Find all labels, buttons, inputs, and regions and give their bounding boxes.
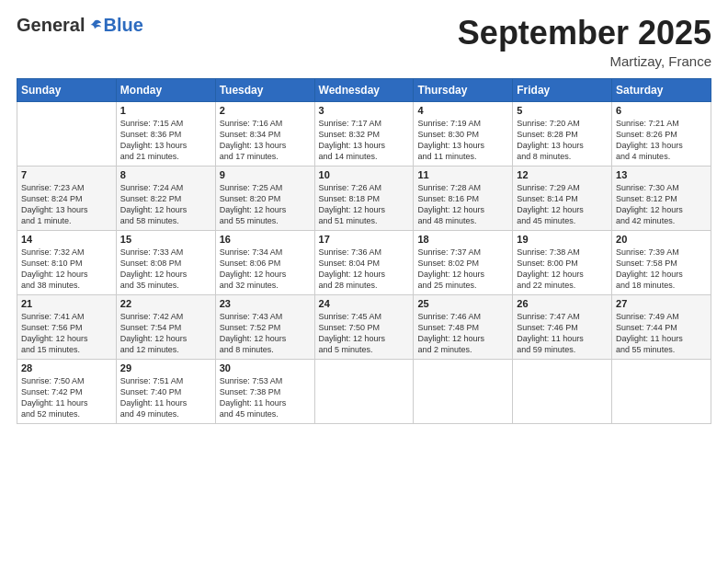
calendar-cell: 1Sunrise: 7:15 AM Sunset: 8:36 PM Daylig… (116, 101, 215, 166)
day-info: Sunrise: 7:20 AM Sunset: 8:28 PM Dayligh… (517, 118, 608, 163)
calendar-cell: 12Sunrise: 7:29 AM Sunset: 8:14 PM Dayli… (513, 166, 612, 230)
day-info: Sunrise: 7:32 AM Sunset: 8:10 PM Dayligh… (21, 247, 112, 292)
calendar-cell: 21Sunrise: 7:41 AM Sunset: 7:56 PM Dayli… (17, 294, 117, 359)
day-number: 25 (417, 298, 508, 309)
calendar-cell: 24Sunrise: 7:45 AM Sunset: 7:50 PM Dayli… (314, 294, 414, 359)
day-number: 13 (616, 169, 707, 180)
day-info: Sunrise: 7:36 AM Sunset: 8:04 PM Dayligh… (319, 247, 410, 292)
calendar-week-3: 14Sunrise: 7:32 AM Sunset: 8:10 PM Dayli… (17, 230, 711, 294)
day-info: Sunrise: 7:19 AM Sunset: 8:30 PM Dayligh… (417, 118, 508, 163)
location: Martizay, France (458, 53, 711, 69)
calendar-cell: 8Sunrise: 7:24 AM Sunset: 8:22 PM Daylig… (116, 166, 215, 230)
calendar-cell: 5Sunrise: 7:20 AM Sunset: 8:28 PM Daylig… (513, 101, 612, 166)
day-number: 10 (319, 169, 410, 180)
day-info: Sunrise: 7:46 AM Sunset: 7:48 PM Dayligh… (417, 311, 508, 356)
col-sunday: Sunday (17, 78, 117, 101)
day-number: 24 (319, 298, 410, 309)
calendar-cell: 3Sunrise: 7:17 AM Sunset: 8:32 PM Daylig… (314, 101, 414, 166)
col-monday: Monday (116, 78, 215, 101)
day-info: Sunrise: 7:42 AM Sunset: 7:54 PM Dayligh… (120, 311, 211, 356)
day-info: Sunrise: 7:50 AM Sunset: 7:42 PM Dayligh… (21, 375, 112, 420)
day-number: 12 (517, 169, 608, 180)
day-info: Sunrise: 7:43 AM Sunset: 7:52 PM Dayligh… (220, 311, 311, 356)
calendar-cell: 13Sunrise: 7:30 AM Sunset: 8:12 PM Dayli… (612, 166, 711, 230)
day-number: 30 (220, 362, 311, 373)
day-info: Sunrise: 7:17 AM Sunset: 8:32 PM Dayligh… (319, 118, 410, 163)
day-number: 3 (319, 105, 410, 116)
day-number: 5 (517, 105, 608, 116)
day-number: 21 (21, 298, 112, 309)
day-info: Sunrise: 7:37 AM Sunset: 8:02 PM Dayligh… (417, 247, 508, 292)
day-info: Sunrise: 7:21 AM Sunset: 8:26 PM Dayligh… (616, 118, 707, 163)
calendar-cell: 14Sunrise: 7:32 AM Sunset: 8:10 PM Dayli… (17, 230, 117, 294)
calendar-cell (612, 359, 711, 423)
logo-text: General Blue (17, 15, 143, 36)
day-number: 29 (120, 362, 211, 373)
day-info: Sunrise: 7:15 AM Sunset: 8:36 PM Dayligh… (120, 118, 211, 163)
day-number: 17 (319, 234, 410, 245)
day-info: Sunrise: 7:26 AM Sunset: 8:18 PM Dayligh… (319, 182, 410, 227)
day-number: 20 (616, 234, 707, 245)
day-number: 15 (120, 234, 211, 245)
logo: General Blue (17, 15, 143, 36)
calendar-cell: 18Sunrise: 7:37 AM Sunset: 8:02 PM Dayli… (414, 230, 513, 294)
day-number: 8 (120, 169, 211, 180)
logo-general: General (17, 15, 85, 36)
logo-blue: Blue (103, 15, 142, 36)
day-info: Sunrise: 7:24 AM Sunset: 8:22 PM Dayligh… (120, 182, 211, 227)
calendar-page: General Blue September 2025 Martizay, Fr… (0, 0, 728, 563)
calendar-week-1: 1Sunrise: 7:15 AM Sunset: 8:36 PM Daylig… (17, 101, 711, 166)
day-number: 2 (220, 105, 311, 116)
calendar-cell: 28Sunrise: 7:50 AM Sunset: 7:42 PM Dayli… (17, 359, 117, 423)
calendar-cell: 16Sunrise: 7:34 AM Sunset: 8:06 PM Dayli… (215, 230, 314, 294)
calendar-week-2: 7Sunrise: 7:23 AM Sunset: 8:24 PM Daylig… (17, 166, 711, 230)
day-info: Sunrise: 7:51 AM Sunset: 7:40 PM Dayligh… (120, 375, 211, 420)
day-info: Sunrise: 7:25 AM Sunset: 8:20 PM Dayligh… (220, 182, 311, 227)
calendar-table: Sunday Monday Tuesday Wednesday Thursday… (17, 78, 711, 424)
calendar-week-5: 28Sunrise: 7:50 AM Sunset: 7:42 PM Dayli… (17, 359, 711, 423)
calendar-cell: 22Sunrise: 7:42 AM Sunset: 7:54 PM Dayli… (116, 294, 215, 359)
day-number: 18 (417, 234, 508, 245)
day-number: 19 (517, 234, 608, 245)
day-number: 23 (220, 298, 311, 309)
day-info: Sunrise: 7:29 AM Sunset: 8:14 PM Dayligh… (517, 182, 608, 227)
day-info: Sunrise: 7:47 AM Sunset: 7:46 PM Dayligh… (517, 311, 608, 356)
calendar-cell: 29Sunrise: 7:51 AM Sunset: 7:40 PM Dayli… (116, 359, 215, 423)
calendar-cell (414, 359, 513, 423)
day-info: Sunrise: 7:49 AM Sunset: 7:44 PM Dayligh… (616, 311, 707, 356)
calendar-cell: 23Sunrise: 7:43 AM Sunset: 7:52 PM Dayli… (215, 294, 314, 359)
day-info: Sunrise: 7:41 AM Sunset: 7:56 PM Dayligh… (21, 311, 112, 356)
calendar-cell: 25Sunrise: 7:46 AM Sunset: 7:48 PM Dayli… (414, 294, 513, 359)
day-number: 16 (220, 234, 311, 245)
day-number: 26 (517, 298, 608, 309)
day-info: Sunrise: 7:34 AM Sunset: 8:06 PM Dayligh… (220, 247, 311, 292)
calendar-cell: 2Sunrise: 7:16 AM Sunset: 8:34 PM Daylig… (215, 101, 314, 166)
calendar-cell: 7Sunrise: 7:23 AM Sunset: 8:24 PM Daylig… (17, 166, 117, 230)
day-number: 14 (21, 234, 112, 245)
col-tuesday: Tuesday (215, 78, 314, 101)
title-block: September 2025 Martizay, France (458, 15, 711, 69)
day-info: Sunrise: 7:30 AM Sunset: 8:12 PM Dayligh… (616, 182, 707, 227)
day-number: 22 (120, 298, 211, 309)
calendar-cell: 17Sunrise: 7:36 AM Sunset: 8:04 PM Dayli… (314, 230, 414, 294)
day-number: 7 (21, 169, 112, 180)
header-row: Sunday Monday Tuesday Wednesday Thursday… (17, 78, 711, 101)
calendar-cell (513, 359, 612, 423)
calendar-cell: 20Sunrise: 7:39 AM Sunset: 7:58 PM Dayli… (612, 230, 711, 294)
calendar-cell: 15Sunrise: 7:33 AM Sunset: 8:08 PM Dayli… (116, 230, 215, 294)
month-title: September 2025 (458, 15, 711, 52)
day-number: 28 (21, 362, 112, 373)
day-info: Sunrise: 7:23 AM Sunset: 8:24 PM Dayligh… (21, 182, 112, 227)
day-number: 11 (417, 169, 508, 180)
day-number: 6 (616, 105, 707, 116)
calendar-cell: 11Sunrise: 7:28 AM Sunset: 8:16 PM Dayli… (414, 166, 513, 230)
day-info: Sunrise: 7:45 AM Sunset: 7:50 PM Dayligh… (319, 311, 410, 356)
day-info: Sunrise: 7:38 AM Sunset: 8:00 PM Dayligh… (517, 247, 608, 292)
col-friday: Friday (513, 78, 612, 101)
day-number: 1 (120, 105, 211, 116)
calendar-cell: 9Sunrise: 7:25 AM Sunset: 8:20 PM Daylig… (215, 166, 314, 230)
calendar-week-4: 21Sunrise: 7:41 AM Sunset: 7:56 PM Dayli… (17, 294, 711, 359)
calendar-cell: 4Sunrise: 7:19 AM Sunset: 8:30 PM Daylig… (414, 101, 513, 166)
day-number: 9 (220, 169, 311, 180)
day-info: Sunrise: 7:39 AM Sunset: 7:58 PM Dayligh… (616, 247, 707, 292)
